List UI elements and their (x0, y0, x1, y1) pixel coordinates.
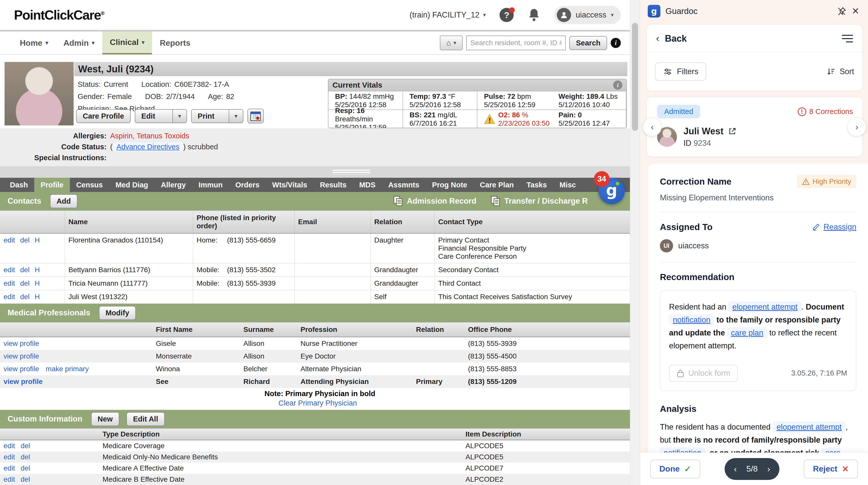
previous-resident-button[interactable]: ‹ (643, 118, 662, 137)
nav-item[interactable]: Clinical ▾ (102, 31, 152, 54)
contact-action-link[interactable]: H (35, 236, 40, 244)
first-name: See (152, 375, 240, 388)
professional-action-link[interactable]: view profile (4, 365, 39, 373)
help-button[interactable]: ? (499, 8, 514, 22)
close-sidebar-button[interactable]: ✕ (852, 6, 859, 17)
search-scope-dropdown[interactable]: ⌂ ▾ (440, 35, 463, 50)
clinical-tab[interactable]: Care Plan (474, 178, 520, 192)
notifications-bell-button[interactable] (527, 8, 540, 22)
vital-label: Weight: (559, 92, 585, 100)
scrollbar-thumb[interactable] (632, 23, 638, 131)
inline-reference-link[interactable]: care plan (727, 328, 767, 338)
clear-primary-physician-link[interactable]: Clear Primary Physician (278, 399, 357, 407)
print-button[interactable]: Print (191, 109, 229, 123)
clinical-tab[interactable]: Assmnts (382, 178, 426, 192)
custom-action-link[interactable]: edit (4, 442, 15, 450)
custom-action-link[interactable]: edit (4, 453, 15, 461)
pager-next-button[interactable]: › (767, 464, 770, 474)
clinical-tab[interactable]: Profile (34, 178, 70, 192)
nav-item[interactable]: Home ▾ (12, 31, 56, 54)
custom-action-link[interactable]: del (21, 442, 30, 450)
print-dropdown-arrow[interactable]: ▾ (229, 109, 243, 123)
horizontal-scrollbar[interactable] (0, 166, 630, 178)
clinical-tab[interactable]: Allergy (155, 178, 192, 192)
inline-reference-link[interactable]: notification (669, 314, 714, 325)
external-link-icon[interactable] (728, 127, 737, 135)
professional-relation (412, 350, 464, 363)
user-menu[interactable]: uiaccess ▾ (554, 6, 621, 24)
contacts-table: NamePhone (listed in priority order)Emai… (0, 210, 630, 304)
reassign-link[interactable]: Reassign (812, 222, 856, 232)
transfer-discharge-link[interactable]: Transfer / Discharge R (491, 195, 588, 207)
contact-action-link[interactable]: del (20, 266, 29, 274)
professional-action-link[interactable]: view profile (4, 377, 43, 386)
custom-action-link[interactable]: del (21, 464, 30, 472)
nav-item[interactable]: Reports (152, 31, 201, 54)
main-vertical-scrollbar[interactable] (630, 0, 640, 485)
filters-button[interactable]: Filters (655, 62, 706, 81)
inline-reference-link[interactable]: elopement attempt (728, 302, 801, 312)
professional-action-link[interactable]: make primary (46, 365, 89, 373)
contact-action-link[interactable]: edit (4, 236, 15, 244)
reject-button[interactable]: Reject ✕ (804, 460, 858, 478)
admission-record-link[interactable]: Admission Record (393, 195, 476, 207)
schedule-button[interactable] (247, 109, 264, 123)
guardoc-floating-button[interactable]: g 34 (598, 178, 625, 204)
resident-name: Juli West (683, 126, 723, 137)
inline-reference-link[interactable]: Advance Directives (113, 142, 183, 152)
custom-action-link[interactable]: edit (4, 475, 15, 483)
clinical-tab[interactable]: Dash (4, 178, 34, 192)
edit-dropdown-arrow[interactable]: ▾ (173, 109, 187, 123)
contact-action-link[interactable]: edit (4, 293, 15, 301)
column-header: Item Description (462, 428, 630, 440)
clinical-tab[interactable]: Tasks (520, 178, 553, 192)
list-menu-button[interactable] (842, 35, 853, 42)
contact-action-link[interactable]: del (20, 236, 29, 244)
clinical-tab[interactable]: Census (70, 178, 109, 192)
corrections-count[interactable]: ! 8 Corrections (798, 108, 853, 116)
clinical-tab[interactable]: Med Diag (109, 178, 155, 192)
clinical-tab[interactable]: Immun (192, 178, 229, 192)
edit-all-button[interactable]: Edit All (126, 412, 165, 426)
professional-action-link[interactable]: view profile (4, 352, 39, 360)
custom-action-link[interactable]: edit (4, 464, 15, 472)
done-button[interactable]: Done ✓ (650, 460, 700, 478)
back-button[interactable]: Back (665, 33, 687, 44)
clinical-tab[interactable]: Orders (229, 178, 266, 192)
pager-previous-button[interactable]: ‹ (734, 464, 737, 474)
edit-button[interactable]: Edit (135, 109, 173, 123)
search-info-icon[interactable]: i (611, 38, 621, 48)
add-contact-button[interactable]: Add (50, 194, 78, 208)
unlock-form-button[interactable]: Unlock form (669, 365, 738, 382)
inline-reference-link[interactable]: elopement attempt (773, 422, 846, 432)
clinical-tab[interactable]: Results (313, 178, 353, 192)
contact-action-link[interactable]: H (35, 266, 40, 274)
contact-action-link[interactable]: H (35, 279, 40, 287)
new-button[interactable]: New (91, 412, 120, 426)
scrollbar-handle[interactable] (333, 170, 370, 175)
nav-item[interactable]: Admin ▾ (56, 31, 102, 54)
custom-action-link[interactable]: del (21, 453, 30, 461)
care-profile-button[interactable]: Care Profile (76, 109, 131, 123)
vital-value: 86 (512, 111, 520, 119)
clinical-tab[interactable]: MDS (353, 178, 382, 192)
contact-action-link[interactable]: del (20, 293, 29, 301)
custom-action-link[interactable]: del (21, 475, 30, 483)
contact-action-link[interactable]: del (20, 279, 29, 287)
sort-button[interactable]: Sort (826, 67, 854, 76)
professional-action-link[interactable]: view profile (4, 339, 39, 347)
contact-action-link[interactable]: edit (4, 279, 15, 287)
modify-button[interactable]: Modify (99, 306, 136, 320)
facility-selector[interactable]: (train) FACILITY_12 ▾ (410, 10, 486, 20)
clinical-tab[interactable]: Misc (553, 178, 582, 192)
clinical-tab[interactable]: Wts/Vitals (266, 178, 313, 192)
contact-action-link[interactable]: H (35, 293, 40, 301)
correction-footer-bar: Done ✓ ‹ 5/8 › Reject ✕ (640, 453, 868, 485)
search-button[interactable]: Search (569, 36, 607, 50)
vitals-info-icon[interactable]: i (613, 81, 622, 90)
contact-action-link[interactable]: edit (4, 266, 15, 274)
clinical-tab[interactable]: Prog Note (426, 178, 474, 192)
unpin-button[interactable] (837, 6, 847, 16)
search-input[interactable] (466, 35, 566, 50)
next-resident-button[interactable]: › (847, 118, 866, 137)
